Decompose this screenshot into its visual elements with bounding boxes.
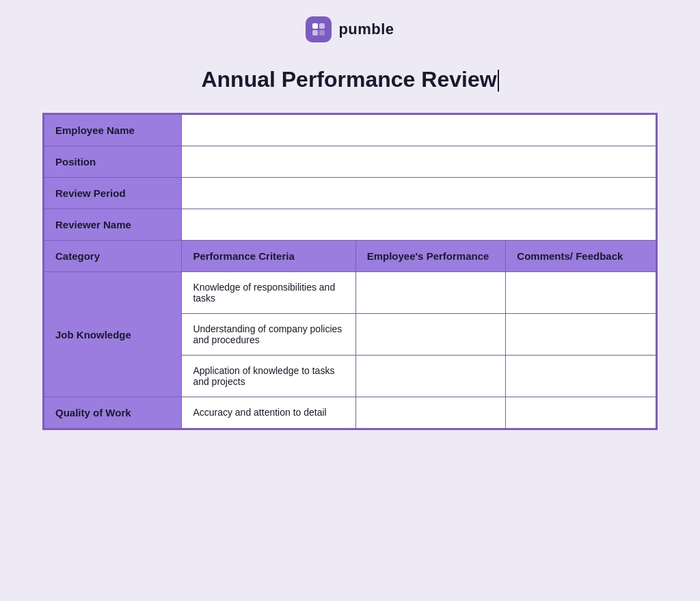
criteria-3: Application of knowledge to tasks and pr…	[182, 356, 355, 397]
svg-rect-3	[319, 30, 325, 36]
reviewer-name-row: Reviewer Name	[44, 209, 656, 241]
employee-name-value[interactable]	[182, 115, 656, 146]
criteria-header: Performance Criteria	[182, 241, 355, 272]
job-knowledge-category: Job Knowledge	[44, 272, 182, 397]
comments-1[interactable]	[506, 272, 656, 314]
app-header: pumble	[306, 0, 394, 53]
review-period-label: Review Period	[44, 178, 182, 209]
performance-header: Employee's Performance	[355, 241, 506, 272]
performance-review-table: Employee Name Position Review Period Rev…	[42, 113, 658, 430]
criteria-1: Knowledge of responsibilities and tasks	[182, 272, 355, 314]
performance-3[interactable]	[355, 356, 506, 397]
category-header: Category	[44, 241, 182, 272]
criteria-4: Accuracy and attention to detail	[182, 397, 355, 429]
page-title: Annual Performance Review	[201, 67, 498, 92]
comments-3[interactable]	[506, 356, 656, 397]
performance-1[interactable]	[355, 272, 506, 314]
svg-rect-2	[312, 30, 318, 36]
comments-header: Comments/ Feedback	[506, 241, 656, 272]
brand-name: pumble	[338, 21, 394, 38]
reviewer-name-value[interactable]	[182, 209, 656, 241]
performance-2[interactable]	[355, 314, 506, 356]
pumble-logo-icon	[306, 16, 332, 42]
quality-of-work-category: Quality of Work	[44, 397, 182, 429]
job-knowledge-row-1: Job Knowledge Knowledge of responsibilit…	[44, 272, 656, 314]
svg-rect-0	[312, 23, 318, 29]
position-row: Position	[44, 146, 656, 178]
position-label: Position	[44, 146, 182, 178]
employee-name-row: Employee Name	[44, 115, 656, 146]
comments-2[interactable]	[506, 314, 656, 356]
employee-name-label: Employee Name	[44, 115, 182, 146]
review-period-row: Review Period	[44, 178, 656, 209]
position-value[interactable]	[182, 146, 656, 178]
performance-4[interactable]	[355, 397, 506, 429]
comments-4[interactable]	[506, 397, 656, 429]
review-period-value[interactable]	[182, 178, 656, 209]
column-header-row: Category Performance Criteria Employee's…	[44, 241, 656, 272]
criteria-2: Understanding of company policies and pr…	[182, 314, 355, 356]
svg-rect-1	[319, 23, 325, 29]
reviewer-name-label: Reviewer Name	[44, 209, 182, 241]
quality-of-work-row-1: Quality of Work Accuracy and attention t…	[44, 397, 656, 429]
